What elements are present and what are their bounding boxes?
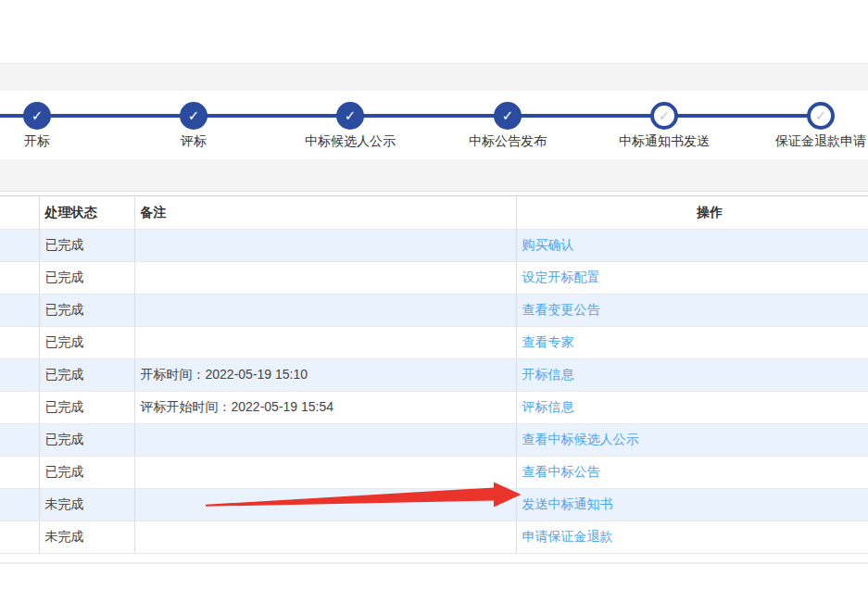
remark-cell [134, 521, 516, 554]
index-cell [0, 230, 39, 262]
remark-cell [134, 262, 516, 295]
col-header-index [0, 196, 39, 230]
stepper-step-1: ✓ 开标 [0, 91, 102, 150]
stepper-step-3: ✓ 中标候选人公示 [285, 91, 415, 150]
stepper: ✓ 开标 ✓ 评标 ✓ 中标候选人公示 ✓ 中标公告发布 ✓ 中标通知书发送 ✓… [0, 91, 868, 159]
action-cell: 查看变更公告 [516, 295, 868, 327]
index-cell [0, 359, 39, 392]
table-row: 已完成 查看中标公告 [0, 457, 868, 489]
check-icon: ✓ [180, 102, 208, 130]
action-cell: 开标信息 [516, 359, 868, 392]
section-divider-band [0, 159, 868, 192]
index-cell [0, 392, 39, 424]
action-link[interactable]: 查看中标公告 [522, 464, 600, 479]
action-cell: 购买确认 [516, 230, 868, 262]
stepper-step-4: ✓ 中标公告发布 [443, 91, 572, 150]
remark-cell: 开标时间：2022-05-19 15:10 [134, 359, 516, 392]
stepper-step-label: 中标通知书发送 [599, 133, 729, 150]
table-row: 已完成 查看专家 [0, 327, 868, 359]
status-cell: 已完成 [39, 295, 134, 327]
top-toolbar-band [0, 63, 868, 92]
status-cell: 未完成 [39, 521, 134, 554]
action-link[interactable]: 查看变更公告 [522, 302, 600, 317]
check-icon: ✓ [650, 102, 678, 130]
stepper-step-label: 保证金退款申请 [756, 133, 868, 150]
status-cell: 已完成 [39, 262, 134, 295]
remark-cell: 评标开始时间：2022-05-19 15:54 [134, 392, 516, 424]
stepper-step-label: 评标 [129, 133, 258, 150]
check-icon: ✓ [23, 102, 51, 130]
col-header-remark: 备注 [134, 196, 516, 230]
status-cell: 已完成 [39, 457, 134, 489]
index-cell [0, 521, 39, 554]
check-icon: ✓ [336, 102, 364, 130]
process-status-table: 处理状态 备注 操作 已完成 购买确认 已完成 设定开标配置 已完成 查看变更公… [0, 195, 868, 554]
remark-cell [134, 424, 516, 457]
index-cell [0, 424, 39, 457]
status-cell: 已完成 [39, 327, 134, 359]
table-row: 已完成 查看中标候选人公示 [0, 424, 868, 457]
table-row: 已完成 开标时间：2022-05-19 15:10 开标信息 [0, 359, 868, 392]
action-link[interactable]: 申请保证金退款 [522, 529, 613, 544]
remark-cell [134, 295, 516, 327]
action-cell: 评标信息 [516, 392, 868, 424]
action-link[interactable]: 购买确认 [522, 237, 574, 252]
check-icon: ✓ [494, 102, 522, 130]
action-cell: 查看中标公告 [516, 457, 868, 489]
index-cell [0, 295, 39, 327]
index-cell [0, 262, 39, 295]
status-cell: 已完成 [39, 424, 134, 457]
action-cell: 发送中标通知书 [516, 489, 868, 521]
col-header-status: 处理状态 [39, 196, 134, 230]
status-cell: 未完成 [39, 489, 134, 521]
action-link[interactable]: 查看中标候选人公示 [522, 432, 639, 446]
bottom-divider [0, 562, 868, 564]
stepper-step-5: ✓ 中标通知书发送 [599, 91, 729, 150]
index-cell [0, 457, 39, 489]
remark-cell [134, 327, 516, 359]
remark-cell [134, 489, 516, 521]
action-cell: 设定开标配置 [516, 262, 868, 295]
table-row: 已完成 评标开始时间：2022-05-19 15:54 评标信息 [0, 392, 868, 424]
stepper-step-6: ✓ 保证金退款申请 [756, 91, 868, 150]
table-row: 已完成 设定开标配置 [0, 262, 868, 295]
action-cell: 查看专家 [516, 327, 868, 359]
remark-cell [134, 457, 516, 489]
check-icon: ✓ [807, 102, 835, 130]
stepper-step-label: 开标 [0, 133, 102, 150]
stepper-step-label: 中标公告发布 [443, 133, 572, 150]
action-link[interactable]: 查看专家 [522, 334, 574, 349]
table-row: 未完成 发送中标通知书 [0, 489, 868, 521]
action-cell: 查看中标候选人公示 [516, 424, 868, 457]
process-table-wrap: 处理状态 备注 操作 已完成 购买确认 已完成 设定开标配置 已完成 查看变更公… [0, 195, 868, 554]
index-cell [0, 489, 39, 521]
col-header-operation: 操作 [516, 196, 868, 230]
stepper-step-label: 中标候选人公示 [285, 133, 415, 150]
action-link[interactable]: 评标信息 [522, 399, 574, 414]
status-cell: 已完成 [39, 359, 134, 392]
action-link[interactable]: 开标信息 [522, 367, 574, 382]
table-row: 已完成 查看变更公告 [0, 295, 868, 327]
table-row: 未完成 申请保证金退款 [0, 521, 868, 554]
action-link[interactable]: 发送中标通知书 [522, 496, 613, 511]
status-table-body: 已完成 购买确认 已完成 设定开标配置 已完成 查看变更公告 已完成 查看专家 … [0, 230, 868, 554]
remark-cell [134, 230, 516, 262]
status-cell: 已完成 [39, 230, 134, 262]
action-cell: 申请保证金退款 [516, 521, 868, 554]
table-header-row: 处理状态 备注 操作 [0, 196, 868, 230]
action-link[interactable]: 设定开标配置 [522, 270, 600, 284]
stepper-step-2: ✓ 评标 [129, 91, 258, 150]
table-row: 已完成 购买确认 [0, 230, 868, 262]
index-cell [0, 327, 39, 359]
status-cell: 已完成 [39, 392, 134, 424]
